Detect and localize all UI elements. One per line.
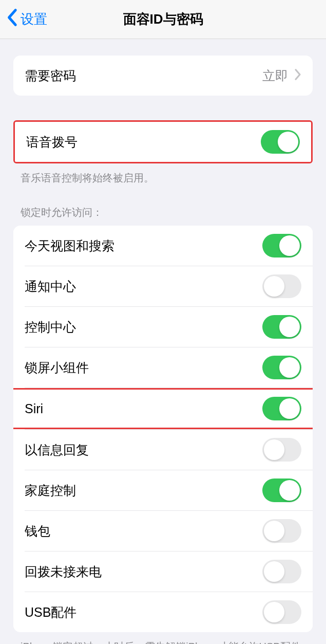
lock-item-label: Siri [25,401,43,416]
require-passcode-row[interactable]: 需要密码 立即 [13,56,313,96]
lock-item-toggle[interactable] [262,397,301,420]
lock-item-toggle[interactable] [262,519,301,543]
lock-item-toggle[interactable] [262,234,301,257]
lock-item-label: 通知中心 [25,278,76,295]
voice-dial-label: 语音拨号 [26,134,78,151]
lock-item-row: 通知中心 [13,266,313,306]
lock-item-toggle[interactable] [262,479,301,502]
voice-dial-toggle[interactable] [261,130,300,154]
require-passcode-label: 需要密码 [25,67,76,84]
lock-item-toggle[interactable] [262,274,301,298]
lock-item-row: 锁屏小组件 [13,347,313,388]
lock-item-toggle[interactable] [262,600,301,624]
lock-item-toggle[interactable] [262,560,301,583]
lock-item-row: Siri [13,388,313,429]
back-label: 设置 [21,10,47,28]
nav-header: 设置 面容ID与密码 [0,0,326,39]
usb-footer: iPhone锁定超过一小时后，需先解锁iPhone才能允许USB配件连接。 [21,639,305,644]
require-passcode-group: 需要密码 立即 [13,56,313,96]
lock-item-toggle[interactable] [262,356,301,379]
lock-item-label: 以信息回复 [25,441,89,458]
lock-item-row: 今天视图和搜索 [13,226,313,266]
page-title: 面容ID与密码 [0,10,326,28]
voice-dial-row: 语音拨号 [15,122,311,162]
lock-item-label: 锁屏小组件 [25,359,89,376]
lock-item-label: 家庭控制 [25,482,76,499]
lock-item-label: 钱包 [25,523,50,540]
lock-item-label: 今天视图和搜索 [25,237,114,254]
lock-item-toggle[interactable] [262,315,301,339]
lock-item-label: USB配件 [25,604,76,621]
lock-item-row: 控制中心 [13,307,313,347]
lock-item-row: USB配件 [13,592,313,632]
lock-access-header: 锁定时允许访问： [21,206,305,219]
back-button[interactable]: 设置 [0,8,47,30]
lock-item-label: 回拨未接来电 [25,563,102,580]
lock-access-group: 今天视图和搜索通知中心控制中心锁屏小组件Siri以信息回复家庭控制钱包回拨未接来… [13,226,313,632]
lock-item-row: 家庭控制 [13,470,313,510]
chevron-left-icon [6,8,17,30]
require-passcode-value: 立即 [262,67,288,84]
chevron-right-icon [294,68,301,83]
voice-dial-footer: 音乐语音控制将始终被启用。 [21,171,305,185]
voice-dial-group: 语音拨号 [13,120,313,163]
lock-item-label: 控制中心 [25,319,76,336]
lock-item-row: 以信息回复 [13,430,313,470]
lock-item-row: 回拨未接来电 [13,551,313,592]
lock-item-row: 钱包 [13,511,313,551]
lock-item-toggle[interactable] [262,438,301,462]
